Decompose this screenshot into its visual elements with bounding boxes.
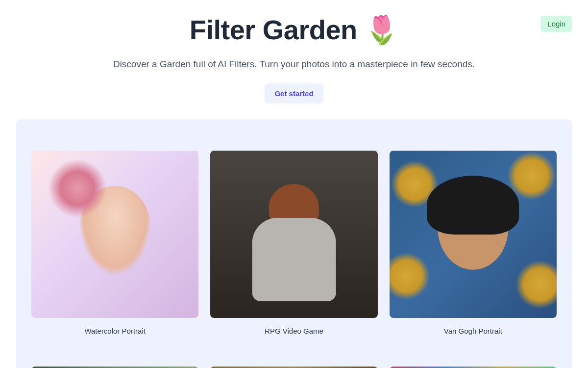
filter-thumbnail <box>31 151 198 318</box>
filter-gallery: Watercolor Portrait RPG Video Game Van G… <box>16 119 572 368</box>
filter-thumbnail <box>390 151 557 318</box>
login-button[interactable]: Login <box>540 16 572 32</box>
get-started-button[interactable]: Get started <box>265 83 323 104</box>
filter-card-rpg[interactable]: RPG Video Game <box>210 151 377 335</box>
filter-label: Watercolor Portrait <box>31 327 198 335</box>
filter-card-watercolor[interactable]: Watercolor Portrait <box>31 151 198 335</box>
filter-thumbnail <box>210 151 377 318</box>
page-title: Filter Garden 🌷 <box>0 14 588 46</box>
hero-section: Filter Garden 🌷 Discover a Garden full o… <box>0 0 588 104</box>
page-subtitle: Discover a Garden full of AI Filters. Tu… <box>0 59 588 70</box>
filter-card-vangogh[interactable]: Van Gogh Portrait <box>390 151 557 335</box>
filter-label: Van Gogh Portrait <box>390 327 557 335</box>
filter-label: RPG Video Game <box>210 327 377 335</box>
